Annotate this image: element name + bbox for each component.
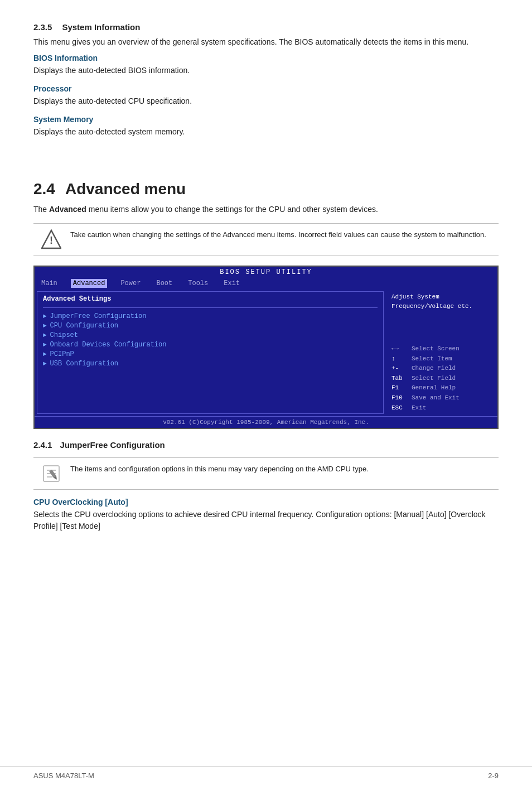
bios-help-key-2: +- [391,364,407,374]
bios-left-title: Advanced Settings [43,295,378,303]
bios-item-label-0: JumperFree Configuration [50,312,147,320]
bios-help-row-1: ↕ Select Item [391,354,492,364]
section-24: 2.4 Advanced menu [33,180,499,198]
section-24-title: Advanced menu [65,180,186,198]
bios-help-row-5: F10 Save and Exit [391,393,492,403]
section-24-number: 2.4 [33,180,55,198]
svg-text:!: ! [50,235,53,246]
bios-item-5: ► USB Configuration [43,360,378,368]
subsection-bios-info: BIOS Information Displays the auto-detec… [33,54,499,76]
bios-menu-tools: Tools [186,279,210,288]
bios-right-panel: Adjust SystemFrequency/Voltage etc. ←→ S… [386,289,497,416]
bios-item-1: ► CPU Configuration [43,322,378,330]
bios-help-row-2: +- Change Field [391,364,492,374]
bios-item-label-4: PCIPnP [50,350,74,358]
bios-info-heading: BIOS Information [33,54,499,62]
bios-title: BIOS SETUP UTILITY [35,267,497,278]
bios-help-label-5: Save and Exit [412,393,460,403]
bios-help-key-0: ←→ [391,344,407,354]
bios-arrow-5: ► [43,360,47,367]
bios-help: ←→ Select Screen ↕ Select Item +- Change… [391,344,492,413]
bios-menu-power: Power [118,279,143,288]
subsection-processor: Processor Displays the auto-detected CPU… [33,84,499,107]
section-235: 2.3.5 System Information This menu gives… [33,22,499,138]
page-footer: ASUS M4A78LT-M 2-9 [0,766,532,780]
bios-item-2: ► Chipset [43,331,378,339]
bios-menu-boot: Boot [154,279,175,288]
bios-menubar: Main Advanced Power Boot Tools Exit [35,278,497,289]
bios-left-panel: Advanced Settings ► JumperFree Configura… [37,291,384,414]
bios-item-label-5: USB Configuration [50,360,118,368]
bios-item-label-2: Chipset [50,331,78,339]
bios-item-label-1: CPU Configuration [50,322,118,330]
section-241-title: JumperFree Configuration [60,440,165,450]
bios-help-row-4: F1 General Help [391,383,492,393]
bios-screenshot: BIOS SETUP UTILITY Main Advanced Power B… [33,266,499,429]
bios-help-label-6: Exit [412,403,426,413]
bios-help-key-6: ESC [391,403,407,413]
note-box-241: The items and configuration options in t… [33,457,499,490]
bios-body: Advanced Settings ► JumperFree Configura… [35,289,497,416]
bios-help-label-4: General Help [412,383,456,393]
footer-left: ASUS M4A78LT-M [33,771,94,780]
cpu-overclocking-block: CPU OverClocking [Auto] Selects the CPU … [33,498,499,532]
bios-arrow-1: ► [43,322,47,329]
bios-item-4: ► PCIPnP [43,350,378,358]
cpu-overclocking-text: Selects the CPU overclocking options to … [33,509,499,532]
bios-help-key-1: ↕ [391,354,407,364]
bios-footer: v02.61 (C)Copyright 1985-2009, American … [35,416,497,428]
bios-info-text: Displays the auto-detected BIOS informat… [33,65,499,76]
bios-menu-advanced: Advanced [71,279,108,288]
bios-help-row-3: Tab Select Field [391,374,492,384]
bios-arrow-0: ► [43,313,47,320]
section-235-number: 2.3.5 [33,22,52,32]
caution-icon: ! [41,229,61,249]
note-text-241: The items and configuration options in t… [70,464,369,475]
processor-text: Displays the auto-detected CPU specifica… [33,95,499,107]
section-235-title: System Information [62,22,140,32]
bios-arrow-4: ► [43,351,47,358]
section-241: 2.4.1 JumperFree Configuration The items… [33,440,499,532]
bios-arrow-3: ► [43,341,47,348]
caution-box: ! Take caution when changing the setting… [33,223,499,255]
section-241-number: 2.4.1 [33,440,52,450]
bios-help-row-6: ESC Exit [391,403,492,413]
bios-help-key-5: F10 [391,393,407,403]
bios-menu-main: Main [39,279,60,288]
subsection-system-memory: System Memory Displays the auto-detected… [33,115,499,138]
bios-help-label-3: Select Field [412,374,456,384]
bios-help-label-1: Select Item [412,354,452,364]
system-memory-heading: System Memory [33,115,499,124]
bios-help-row-0: ←→ Select Screen [391,344,492,354]
bios-help-label-0: Select Screen [412,344,460,354]
bios-arrow-2: ► [43,332,47,339]
system-memory-text: Displays the auto-detected system memory… [33,126,499,138]
section-24-intro: The Advanced menu items allow you to cha… [33,204,499,215]
footer-right: 2-9 [488,771,499,780]
caution-text: Take caution when changing the settings … [70,229,486,240]
bios-item-3: ► Onboard Devices Configuration [43,341,378,349]
bios-item-label-3: Onboard Devices Configuration [50,341,167,349]
cpu-overclocking-heading: CPU OverClocking [Auto] [33,498,499,507]
bios-help-label-2: Change Field [412,364,456,374]
bios-help-key-3: Tab [391,374,407,384]
section-235-intro: This menu gives you an overview of the g… [33,36,499,48]
bios-menu-exit: Exit [221,279,242,288]
bios-item-0: ► JumperFree Configuration [43,312,378,320]
note-icon [41,464,61,484]
bios-help-key-4: F1 [391,383,407,393]
processor-heading: Processor [33,84,499,93]
bios-right-top: Adjust SystemFrequency/Voltage etc. [391,292,492,311]
